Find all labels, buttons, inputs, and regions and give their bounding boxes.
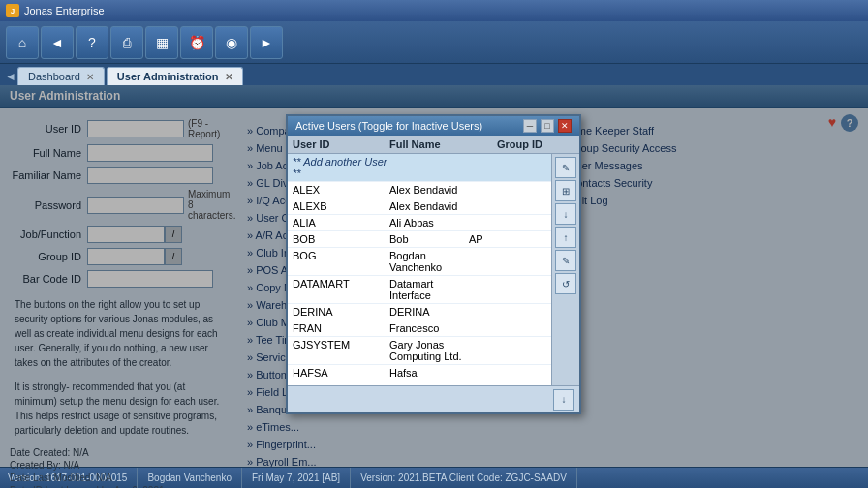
modal-edit-btn[interactable]: ✎ [555, 157, 576, 178]
tab-nav-left[interactable]: ◄ [4, 67, 17, 85]
modal-row-fran[interactable]: FRAN Francesco [288, 320, 551, 337]
app-icon: J [6, 4, 19, 17]
active-users-modal: Active Users (Toggle for Inactive Users)… [286, 114, 581, 414]
toolbar: ⌂ ◄ ? ⎙ ▦ ⏰ ◉ ► [0, 21, 868, 64]
modal-copy-btn[interactable]: ⊞ [555, 180, 576, 201]
modal-row-datamart[interactable]: DATAMART Datamart Interface [288, 276, 551, 304]
modal-sync-btn[interactable]: ↺ [555, 273, 576, 294]
toolbar-print-btn[interactable]: ⎙ [110, 26, 143, 59]
modal-close-btn[interactable]: ✕ [558, 119, 572, 133]
modal-up-btn[interactable]: ↑ [555, 227, 576, 248]
toolbar-globe-btn[interactable]: ◉ [215, 26, 248, 59]
modal-footer: ↓ [288, 385, 579, 412]
modal-refresh-btn[interactable]: ✎ [555, 250, 576, 271]
modal-row-alex[interactable]: ALEX Alex Bendavid [288, 182, 551, 198]
modal-maximize-btn[interactable]: □ [541, 119, 554, 133]
tab-dashboard-close[interactable]: ✕ [86, 72, 94, 82]
toolbar-back-btn[interactable]: ◄ [41, 26, 74, 59]
col-fullname-header: Full Name [389, 138, 497, 150]
admin-panel: User Administration ♥ ? User ID (F9 - Re… [0, 85, 868, 467]
tab-user-admin-label: User Administration [117, 71, 219, 82]
col-groupid-header: Group ID [497, 138, 574, 150]
modal-table-header: User ID Full Name Group ID [288, 136, 579, 154]
toolbar-home-btn[interactable]: ⌂ [6, 26, 39, 59]
main-content: User Administration ♥ ? User ID (F9 - Re… [0, 85, 868, 467]
modal-down-btn[interactable]: ↓ [555, 203, 576, 225]
modal-footer-btn[interactable]: ↓ [553, 389, 574, 411]
modal-content-area: ** Add another User ** ALEX Alex Bendavi… [288, 154, 579, 385]
tab-user-admin-close[interactable]: ✕ [225, 72, 232, 82]
home-icon: ⌂ [18, 36, 26, 49]
modal-title: Active Users (Toggle for Inactive Users) [295, 120, 482, 132]
tab-user-admin[interactable]: User Administration ✕ [107, 67, 243, 85]
date-last-modified: Date Last Modified: N/A [10, 473, 232, 483]
modal-row-alexb[interactable]: ALEXB Alex Bendavid [288, 198, 551, 215]
arrow-left-icon: ◄ [50, 36, 64, 49]
clock-icon: ⏰ [189, 36, 205, 49]
arrow-right-icon: ► [260, 36, 273, 49]
toolbar-help-btn[interactable]: ? [76, 26, 108, 59]
tab-bar: ◄ Dashboard ✕ User Administration ✕ [0, 64, 868, 85]
modal-header: Active Users (Toggle for Inactive Users)… [288, 116, 579, 136]
modal-row-alia[interactable]: ALIA Ali Abbas [288, 215, 551, 231]
col-userid-header: User ID [293, 138, 389, 150]
add-user-text: ** Add another User ** [293, 156, 389, 179]
modal-row-hafsa[interactable]: HAFSA Hafsa [288, 365, 551, 381]
modal-title-buttons: ─ □ ✕ [523, 119, 572, 133]
calculator-icon: ▦ [156, 36, 169, 49]
title-bar: J Jonas Enterprise [0, 0, 868, 21]
modal-body[interactable]: ** Add another User ** ALEX Alex Bendavi… [288, 154, 551, 385]
help-icon: ? [88, 36, 96, 49]
modal-row-add[interactable]: ** Add another User ** [288, 154, 551, 182]
modal-row-derina[interactable]: DERINA DERINA [288, 304, 551, 320]
toolbar-clock-btn[interactable]: ⏰ [180, 26, 213, 59]
modal-row-bob[interactable]: BOB Bob AP [288, 231, 551, 248]
toolbar-forward-btn[interactable]: ► [250, 26, 283, 59]
modal-side-buttons: ✎ ⊞ ↓ ↑ ✎ ↺ [551, 154, 579, 385]
modal-row-bog[interactable]: BOG Bogdan Vanchenko [288, 248, 551, 276]
print-icon: ⎙ [123, 36, 131, 49]
modal-row-gjsystem[interactable]: GJSYSTEM Gary Jonas Computing Ltd. [288, 337, 551, 365]
toolbar-calc-btn[interactable]: ▦ [145, 26, 178, 59]
app-title: Jonas Enterprise [24, 5, 105, 16]
tab-dashboard-label: Dashboard [28, 71, 80, 82]
tab-dashboard[interactable]: Dashboard ✕ [17, 67, 105, 85]
modal-overlay: Active Users (Toggle for Inactive Users)… [0, 85, 868, 467]
globe-icon: ◉ [226, 36, 237, 49]
modal-minimize-btn[interactable]: ─ [523, 119, 537, 133]
